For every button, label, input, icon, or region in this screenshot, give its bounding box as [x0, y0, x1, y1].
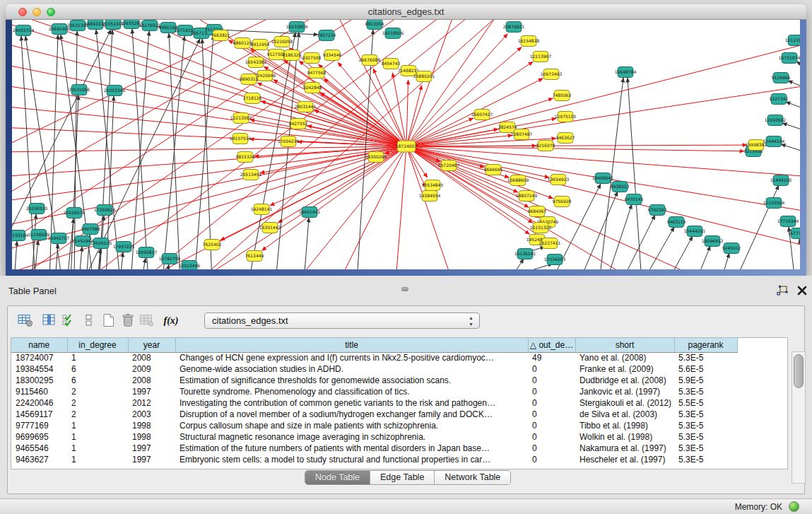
- table-cell[interactable]: 6: [67, 375, 128, 386]
- graph-node[interactable]: 10995817: [136, 247, 158, 258]
- table-cell[interactable]: Genome-wide association studies in ADHD.: [175, 363, 528, 375]
- table-cell[interactable]: 5.5E-5: [674, 397, 737, 409]
- graph-node[interactable]: 8186328: [283, 50, 302, 61]
- graph-node[interactable]: 18300295: [365, 152, 387, 163]
- table-row[interactable]: 1830029562008Estimation of significance …: [11, 375, 737, 386]
- network-canvas[interactable]: 24055724 20691406 20631391 18893331 2105…: [12, 20, 800, 269]
- table-cell[interactable]: Dudbridge et al. (2008): [575, 375, 674, 386]
- graph-node[interactable]: 15276021: [139, 21, 161, 31]
- graph-node[interactable]: 9227342: [770, 94, 789, 105]
- graph-node[interactable]: 12103504: [763, 198, 785, 209]
- table-row[interactable]: 969969511998Structural magnetic resonanc…: [11, 431, 737, 443]
- graph-node[interactable]: 2718126: [243, 93, 262, 104]
- table-options-button[interactable]: [16, 312, 35, 330]
- column-header-in_degree[interactable]: in_degree: [67, 338, 128, 352]
- table-cell[interactable]: 18724007: [11, 352, 67, 363]
- graph-node[interactable]: 17004231: [278, 136, 300, 147]
- table-cell[interactable]: Tibbo et al. (1998): [575, 420, 674, 431]
- graph-node[interactable]: 26676088: [359, 55, 381, 66]
- table-cell[interactable]: 5.9E-5: [674, 375, 737, 386]
- graph-node[interactable]: 9997588: [81, 224, 100, 235]
- graph-node[interactable]: 9463119: [667, 217, 686, 228]
- graph-node[interactable]: 10807487: [511, 129, 533, 140]
- column-header-year[interactable]: year: [128, 338, 175, 352]
- graph-node[interactable]: 16151322: [530, 223, 552, 233]
- graph-node[interactable]: 15226058: [271, 37, 293, 47]
- graph-node[interactable]: 9245012: [722, 243, 741, 254]
- table-cell[interactable]: 1997: [128, 443, 175, 454]
- graph-node[interactable]: 7625402: [203, 240, 222, 250]
- graph-node[interactable]: 18951441: [299, 207, 321, 218]
- delete-table-button[interactable]: [119, 312, 137, 330]
- graph-node[interactable]: 17359924: [94, 205, 116, 216]
- graph-node[interactable]: 9463627: [556, 133, 575, 144]
- table-cell[interactable]: 2003: [128, 409, 175, 420]
- graph-node[interactable]: 9815334: [236, 152, 255, 163]
- show-columns-button[interactable]: [40, 312, 59, 330]
- graph-node[interactable]: 12213581: [230, 113, 252, 124]
- table-cell[interactable]: de Silva et al. (2003): [575, 409, 674, 420]
- graph-node[interactable]: 19218506: [382, 28, 404, 39]
- graph-node[interactable]: 8912954: [251, 40, 270, 50]
- graph-node[interactable]: 25227411: [539, 238, 561, 249]
- table-cell[interactable]: 0: [528, 420, 575, 431]
- graph-node[interactable]: 9477568: [307, 68, 326, 78]
- graph-node[interactable]: 6470145: [625, 194, 644, 205]
- graph-node[interactable]: 12975155: [555, 112, 577, 122]
- table-cell[interactable]: 1: [67, 454, 128, 465]
- graph-node[interactable]: 21053346: [104, 86, 126, 96]
- graph-node[interactable]: 20206576: [64, 208, 86, 218]
- table-cell[interactable]: Changes of HCN gene expression and I(f) …: [175, 352, 528, 363]
- table-cell[interactable]: Embryonic stem cells: a model to study s…: [175, 454, 528, 465]
- table-row[interactable]: 2242004622012Investigating the contribut…: [11, 397, 737, 409]
- graph-node[interactable]: 8427552: [289, 119, 308, 129]
- graph-node[interactable]: 7663822: [211, 30, 230, 41]
- graph-node[interactable]: 17334263: [544, 255, 566, 265]
- graph-node[interactable]: 15301443: [259, 223, 281, 233]
- table-cell[interactable]: 6: [67, 363, 128, 375]
- table-cell[interactable]: 2008: [128, 375, 175, 386]
- table-row[interactable]: 1938455462009Genome-wide association stu…: [11, 363, 737, 375]
- table-cell[interactable]: 2008: [128, 352, 175, 363]
- table-cell[interactable]: 1: [67, 443, 128, 454]
- graph-node[interactable]: 20876821: [503, 22, 525, 33]
- graph-node[interactable]: 16154838: [518, 36, 540, 47]
- graph-node[interactable]: 15942757: [48, 233, 70, 244]
- table-cell[interactable]: 2009: [128, 363, 175, 375]
- graph-node[interactable]: 9327508: [302, 53, 322, 64]
- table-row[interactable]: 1456911722003Disruption of a novel membe…: [11, 409, 737, 420]
- table-cell[interactable]: 0: [528, 409, 575, 420]
- graph-node[interactable]: 9242848: [303, 83, 322, 93]
- table-cell[interactable]: 5.6E-5: [674, 363, 737, 375]
- table-cell[interactable]: Disruption of a novel member of a sodium…: [175, 409, 528, 420]
- table-cell[interactable]: 49: [528, 352, 575, 363]
- table-cell[interactable]: 0: [528, 386, 575, 397]
- graph-node[interactable]: 11156689: [28, 230, 50, 240]
- table-cell[interactable]: Wolkin et al. (1998): [575, 431, 674, 443]
- graph-node[interactable]: 8938923: [611, 182, 630, 192]
- graph-node[interactable]: 9890311: [240, 74, 259, 85]
- graph-node[interactable]: 11499100: [770, 175, 792, 186]
- graph-node[interactable]: 15751074: [779, 53, 800, 64]
- graph-node[interactable]: 17957225: [113, 242, 135, 252]
- table-cell[interactable]: Jankovic et al. (1997): [575, 386, 674, 397]
- select-columns-button[interactable]: [60, 312, 78, 330]
- graph-node[interactable]: 12213967: [530, 52, 552, 62]
- table-vertical-scrollbar[interactable]: [792, 351, 806, 484]
- table-row[interactable]: 977716911998Corpus callosum shape and si…: [11, 420, 737, 431]
- table-cell[interactable]: 9777169: [11, 420, 67, 431]
- graph-node[interactable]: 15720487: [438, 160, 460, 171]
- graph-node[interactable]: 13505135: [90, 238, 112, 249]
- graph-node[interactable]: 16607427: [471, 110, 493, 120]
- graph-node[interactable]: 10444201: [684, 226, 706, 237]
- table-cell[interactable]: 5.3E-5: [674, 409, 737, 420]
- table-cell[interactable]: 1: [67, 420, 128, 431]
- graph-node[interactable]: 15998381: [746, 140, 767, 151]
- graph-node[interactable]: 12923446: [179, 261, 201, 270]
- graph-node[interactable]: 9684067: [528, 206, 547, 217]
- scrollbar-thumb[interactable]: [794, 354, 804, 388]
- table-cell[interactable]: Estimation of significance thresholds fo…: [175, 375, 528, 386]
- network-graph[interactable]: 24055724 20691406 20631391 18893331 2105…: [12, 20, 800, 269]
- table-cell[interactable]: 0: [528, 375, 575, 386]
- graph-node[interactable]: 18107534: [230, 134, 252, 144]
